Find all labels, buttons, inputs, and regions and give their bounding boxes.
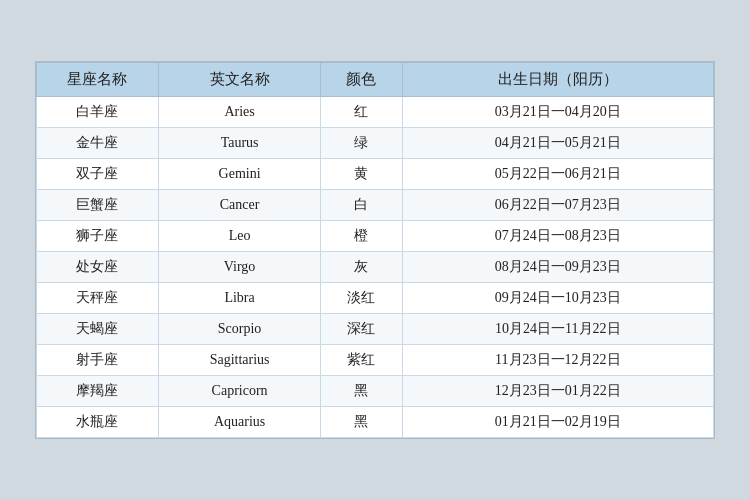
cell-color: 淡红 [321,283,402,314]
table-row: 射手座Sagittarius紫红11月23日一12月22日 [37,345,714,376]
table-body: 白羊座Aries红03月21日一04月20日金牛座Taurus绿04月21日一0… [37,97,714,438]
header-chinese: 星座名称 [37,63,159,97]
cell-date: 04月21日一05月21日 [402,128,713,159]
zodiac-table: 星座名称 英文名称 颜色 出生日期（阳历） 白羊座Aries红03月21日一04… [36,62,714,438]
cell-date: 05月22日一06月21日 [402,159,713,190]
table-row: 处女座Virgo灰08月24日一09月23日 [37,252,714,283]
cell-date: 06月22日一07月23日 [402,190,713,221]
zodiac-table-container: 星座名称 英文名称 颜色 出生日期（阳历） 白羊座Aries红03月21日一04… [35,61,715,439]
cell-chinese: 水瓶座 [37,407,159,438]
cell-chinese: 摩羯座 [37,376,159,407]
cell-english: Cancer [158,190,320,221]
cell-chinese: 狮子座 [37,221,159,252]
cell-english: Leo [158,221,320,252]
cell-english: Sagittarius [158,345,320,376]
table-row: 天秤座Libra淡红09月24日一10月23日 [37,283,714,314]
table-row: 双子座Gemini黄05月22日一06月21日 [37,159,714,190]
cell-color: 红 [321,97,402,128]
cell-chinese: 天秤座 [37,283,159,314]
cell-color: 深红 [321,314,402,345]
cell-color: 紫红 [321,345,402,376]
cell-chinese: 射手座 [37,345,159,376]
table-row: 狮子座Leo橙07月24日一08月23日 [37,221,714,252]
cell-date: 08月24日一09月23日 [402,252,713,283]
cell-color: 黑 [321,376,402,407]
cell-date: 10月24日一11月22日 [402,314,713,345]
cell-chinese: 处女座 [37,252,159,283]
cell-date: 09月24日一10月23日 [402,283,713,314]
cell-color: 黑 [321,407,402,438]
cell-english: Capricorn [158,376,320,407]
table-row: 白羊座Aries红03月21日一04月20日 [37,97,714,128]
table-header-row: 星座名称 英文名称 颜色 出生日期（阳历） [37,63,714,97]
cell-chinese: 金牛座 [37,128,159,159]
cell-chinese: 巨蟹座 [37,190,159,221]
cell-english: Aquarius [158,407,320,438]
cell-english: Libra [158,283,320,314]
header-date: 出生日期（阳历） [402,63,713,97]
table-row: 水瓶座Aquarius黑01月21日一02月19日 [37,407,714,438]
cell-date: 03月21日一04月20日 [402,97,713,128]
cell-chinese: 双子座 [37,159,159,190]
header-english: 英文名称 [158,63,320,97]
cell-date: 11月23日一12月22日 [402,345,713,376]
cell-english: Taurus [158,128,320,159]
cell-chinese: 天蝎座 [37,314,159,345]
cell-color: 灰 [321,252,402,283]
cell-color: 黄 [321,159,402,190]
table-row: 摩羯座Capricorn黑12月23日一01月22日 [37,376,714,407]
cell-color: 橙 [321,221,402,252]
cell-color: 白 [321,190,402,221]
cell-date: 07月24日一08月23日 [402,221,713,252]
cell-color: 绿 [321,128,402,159]
table-row: 金牛座Taurus绿04月21日一05月21日 [37,128,714,159]
cell-english: Scorpio [158,314,320,345]
cell-english: Aries [158,97,320,128]
table-row: 巨蟹座Cancer白06月22日一07月23日 [37,190,714,221]
table-row: 天蝎座Scorpio深红10月24日一11月22日 [37,314,714,345]
cell-chinese: 白羊座 [37,97,159,128]
cell-date: 01月21日一02月19日 [402,407,713,438]
cell-english: Virgo [158,252,320,283]
cell-date: 12月23日一01月22日 [402,376,713,407]
cell-english: Gemini [158,159,320,190]
header-color: 颜色 [321,63,402,97]
